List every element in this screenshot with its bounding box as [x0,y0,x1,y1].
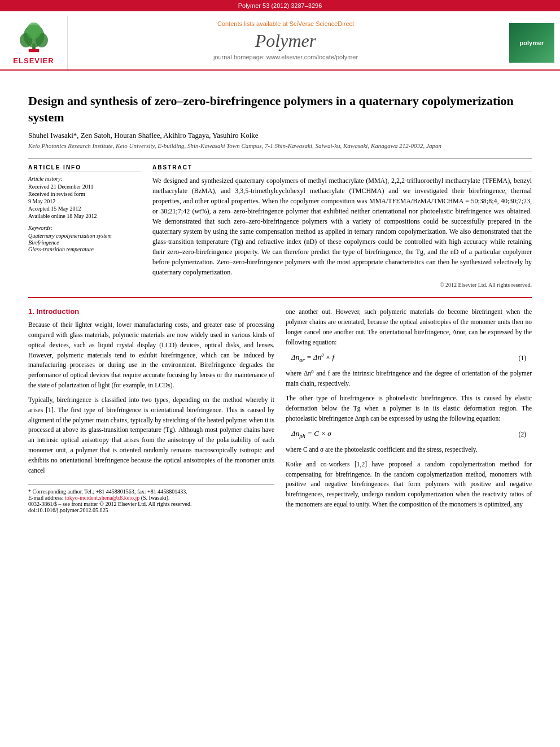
keyword-2: Birefringence [28,239,141,246]
authors-line: Shuhei Iwasaki*, Zen Satoh, Houran Shafi… [28,131,532,140]
equation1-desc: where Δn⁰ and f are the intrinsic birefr… [286,369,532,389]
polymer-logo-text: polymer [520,40,544,46]
journal-homepage: journal homepage: www.elsevier.com/locat… [79,54,492,60]
equation-1-number: (1) [519,355,526,361]
polymer-logo-area: polymer [504,16,560,69]
footnote-area: * Corresponding author. Tel.; +81 445880… [28,484,274,513]
footnote-corresponding: * Corresponding author. Tel.; +81 445880… [28,488,274,495]
section1-para4: The other type of birefringence is photo… [286,394,532,423]
svg-rect-5 [28,49,38,53]
equation2-desc: where C and σ are the photoelastic coeff… [286,445,532,455]
body-left-col: 1. Introduction Because of their lighter… [28,307,274,514]
section-divider [28,297,532,298]
article-title: Design and synthesis of zero–zero-birefr… [28,93,532,125]
main-content: Design and synthesis of zero–zero-birefr… [0,71,560,526]
email-address[interactable]: tokyo-incident.shena@z8.keio.jp [65,495,139,501]
revised-date: 9 May 2012 [28,198,141,204]
section1-para3: one another out. However, such polymeric… [286,307,532,347]
affiliation-text: Keio Photonics Research Institute, Keio … [28,142,532,149]
footnote-issn: 0032-3861/$ – see front matter © 2012 El… [28,501,274,507]
journal-header: ELSEVIER Contents lists available at Sci… [0,11,560,71]
available-date: Available online 18 May 2012 [28,213,141,219]
revised-label: Received in revised form [28,191,141,197]
journal-citation-bar: Polymer 53 (2012) 3287–3296 [0,0,560,11]
copyright-line: © 2012 Elsevier Ltd. All rights reserved… [152,282,532,288]
email-label: E-mail address: [28,495,65,501]
svg-point-4 [27,23,41,40]
sciverse-text: Contents lists available at SciVerse Sci… [79,20,492,27]
polymer-logo-box: polymer [509,23,554,63]
article-info-col: Article info Article history: Received 2… [28,164,141,288]
section1-para5: Koike and co-workers [1,2] have proposed… [286,460,532,510]
keywords-section: Keywords: Quaternary copolymerization sy… [28,225,141,252]
journal-citation-text: Polymer 53 (2012) 3287–3296 [238,2,322,9]
sciverse-link-text[interactable]: SciVerse ScienceDirect [290,20,354,27]
equation-2-formula: Δnph = C × σ [291,429,331,439]
footnote-email: E-mail address: tokyo-incident.shena@z8.… [28,495,274,501]
article-info-heading: Article info [28,164,141,172]
elsevier-tree-icon [11,20,56,54]
abstract-col: Abstract We designed and synthesized qua… [152,164,532,288]
keywords-label: Keywords: [28,225,141,231]
section1-para2: Typically, birefringence is classified i… [28,395,274,476]
equation-1-block: Δnor = Δn0 × f (1) [286,353,532,363]
elsevier-name: ELSEVIER [13,56,54,65]
section1-number: 1. [28,307,34,316]
journal-center-info: Contents lists available at SciVerse Sci… [68,16,504,69]
section1-title: 1. Introduction [28,307,274,316]
equation-1-formula: Δnor = Δn0 × f [291,353,334,363]
email-person: (S. Iwasaki). [139,495,169,501]
elsevier-logo-area: ELSEVIER [0,16,68,69]
equation-2-number: (2) [519,431,526,438]
authors-text: Shuhei Iwasaki*, Zen Satoh, Houran Shafi… [28,131,259,139]
history-label: Article history: [28,176,141,182]
article-info-abstract-section: Article info Article history: Received 2… [28,158,532,288]
journal-title: Polymer [79,30,492,51]
received-date: Received 21 December 2011 [28,184,141,190]
equation-2-block: Δnph = C × σ (2) [286,429,532,439]
section1-label: Introduction [36,307,79,316]
abstract-heading: Abstract [152,164,532,172]
section1-para1: Because of their lighter weight, lower m… [28,320,274,391]
body-columns: 1. Introduction Because of their lighter… [28,307,532,514]
keyword-1: Quaternary copolymerization system [28,233,141,239]
footnote-doi: doi:10.1016/j.polymer.2012.05.025 [28,507,274,513]
keyword-3: Glass-transition temperature [28,246,141,252]
accepted-date: Accepted 15 May 2012 [28,206,141,212]
body-right-col: one another out. However, such polymeric… [286,307,532,514]
abstract-body: We designed and synthesized quaternary c… [152,176,532,277]
